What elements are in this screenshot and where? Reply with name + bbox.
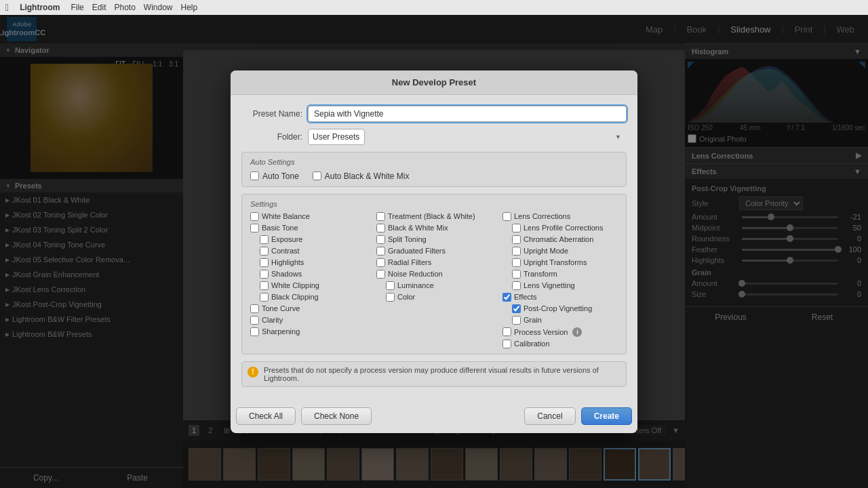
menu-window[interactable]: Window: [144, 3, 173, 12]
footer-left: Check All Check None: [236, 407, 372, 425]
settings-col-3: Lens Corrections Lens Profile Correction…: [502, 212, 618, 348]
create-button[interactable]: Create: [581, 407, 632, 425]
bw-mix-check[interactable]: Black & White Mix: [376, 224, 492, 232]
radial-filters-check[interactable]: Radial Filters: [376, 258, 492, 267]
upright-transforms-check[interactable]: Upright Transforms: [502, 258, 618, 267]
calibration-check[interactable]: Calibration: [502, 340, 618, 348]
black-clipping-check[interactable]: Black Clipping: [250, 293, 366, 302]
lens-corrections-check[interactable]: Lens Corrections: [502, 212, 618, 221]
clarity-check[interactable]: Clarity: [250, 316, 366, 325]
folder-label: Folder:: [241, 132, 302, 142]
menu-edit[interactable]: Edit: [92, 3, 106, 12]
preset-name-input[interactable]: [308, 106, 627, 122]
contrast-check[interactable]: Contrast: [250, 247, 366, 256]
preset-name-label: Preset Name:: [241, 109, 302, 119]
auto-bw-checkbox[interactable]: [313, 171, 321, 180]
lens-profile-check[interactable]: Lens Profile Corrections: [502, 224, 618, 232]
preset-name-row: Preset Name:: [241, 106, 627, 122]
folder-select[interactable]: User Presets: [308, 129, 365, 145]
warning-row: ! Presets that do not specify a process …: [241, 361, 627, 387]
apple-menu[interactable]: : [5, 2, 9, 13]
dialog-overlay: New Develop Preset Preset Name: Folder: …: [0, 15, 868, 488]
cancel-button[interactable]: Cancel: [524, 407, 575, 425]
warning-icon: !: [248, 367, 258, 378]
basic-tone-check[interactable]: Basic Tone: [250, 224, 366, 232]
effects-check[interactable]: Effects: [502, 293, 618, 302]
luminance-check[interactable]: Luminance: [376, 281, 492, 290]
split-toning-check[interactable]: Split Toning: [376, 235, 492, 244]
transform-check[interactable]: Transform: [502, 270, 618, 279]
settings-col-2: Treatment (Black & White) Black & White …: [376, 212, 492, 348]
white-balance-check[interactable]: White Balance: [250, 212, 366, 221]
treatment-check[interactable]: Treatment (Black & White): [376, 212, 492, 221]
post-crop-vignetting-check[interactable]: Post-Crop Vignetting: [502, 304, 618, 313]
folder-row: Folder: User Presets: [241, 129, 627, 145]
sharpening-check[interactable]: Sharpening: [250, 327, 366, 336]
auto-tone-checkbox[interactable]: [250, 171, 259, 180]
menu-bar:  Lightroom File Edit Photo Window Help: [0, 0, 868, 15]
upright-mode-check[interactable]: Upright Mode: [502, 247, 618, 256]
grain-check[interactable]: Grain: [502, 316, 618, 325]
warning-text: Presets that do not specify a process ve…: [264, 366, 620, 382]
auto-settings-section: Auto Settings Auto Tone Auto Black & Whi…: [241, 152, 627, 187]
exposure-check[interactable]: Exposure: [250, 235, 366, 244]
dialog-title: New Develop Preset: [231, 70, 637, 95]
new-develop-preset-dialog: New Develop Preset Preset Name: Folder: …: [231, 70, 637, 433]
dialog-body: Preset Name: Folder: User Presets Auto S…: [231, 95, 637, 405]
auto-row: Auto Tone Auto Black & White Mix: [250, 171, 618, 181]
app-name: Lightroom: [20, 3, 60, 12]
shadows-check[interactable]: Shadows: [250, 270, 366, 279]
menu-help[interactable]: Help: [181, 3, 198, 12]
process-version-info-icon[interactable]: i: [572, 327, 582, 337]
settings-title: Settings: [250, 200, 618, 208]
menu-file[interactable]: File: [71, 3, 83, 12]
folder-select-wrapper: User Presets: [308, 129, 627, 145]
dialog-footer: Check All Check None Cancel Create: [231, 405, 637, 433]
menu-photo[interactable]: Photo: [114, 3, 135, 12]
auto-bw-label[interactable]: Auto Black & White Mix: [313, 171, 410, 181]
auto-tone-label[interactable]: Auto Tone: [250, 171, 299, 181]
settings-section: Settings White Balance Basic Tone: [241, 194, 627, 354]
white-clipping-check[interactable]: White Clipping: [250, 281, 366, 290]
auto-settings-title: Auto Settings: [250, 158, 618, 166]
footer-right: Cancel Create: [524, 407, 632, 425]
tone-curve-check[interactable]: Tone Curve: [250, 304, 366, 313]
noise-reduction-check[interactable]: Noise Reduction: [376, 270, 492, 279]
process-version-check[interactable]: Process Version i: [502, 327, 618, 337]
check-all-button[interactable]: Check All: [236, 407, 296, 425]
settings-grid: White Balance Basic Tone Exposure C: [250, 212, 618, 348]
graduated-filters-check[interactable]: Graduated Filters: [376, 247, 492, 256]
highlights-check[interactable]: Highlights: [250, 258, 366, 267]
lens-vignetting-check[interactable]: Lens Vignetting: [502, 281, 618, 290]
color-check[interactable]: Color: [376, 293, 492, 302]
chromatic-aberration-check[interactable]: Chromatic Aberration: [502, 235, 618, 244]
menu-items: File Edit Photo Window Help: [71, 3, 197, 12]
settings-col-1: White Balance Basic Tone Exposure C: [250, 212, 366, 348]
check-none-button[interactable]: Check None: [301, 407, 372, 425]
